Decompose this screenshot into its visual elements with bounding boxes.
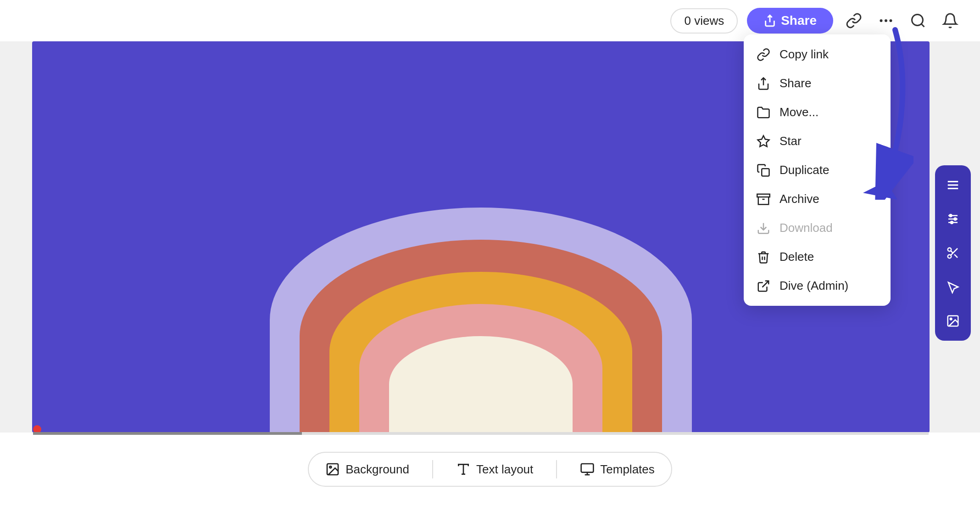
download-icon: [757, 221, 770, 235]
svg-marker-21: [758, 135, 769, 146]
duplicate-icon: [757, 163, 770, 177]
svg-rect-22: [762, 169, 769, 176]
scissors-icon: [946, 246, 960, 260]
background-tool[interactable]: Background: [325, 462, 409, 477]
svg-rect-23: [757, 194, 770, 197]
share-icon: [763, 14, 776, 27]
svg-line-16: [954, 254, 958, 258]
menu-item-share[interactable]: Share: [744, 69, 891, 98]
menu-item-duplicate[interactable]: Duplicate: [744, 156, 891, 185]
text-icon: [456, 462, 471, 477]
progress-bar: [33, 432, 929, 435]
divider-1: [432, 460, 433, 478]
views-button[interactable]: 0 views: [670, 8, 738, 34]
menu-item-dive-admin[interactable]: Dive (Admin): [744, 271, 891, 300]
cursor-icon: [946, 280, 960, 294]
right-toolbar: [935, 165, 971, 341]
image-tool-button[interactable]: [941, 309, 965, 333]
svg-point-14: [948, 255, 952, 259]
menu-item-move[interactable]: Move...: [744, 98, 891, 127]
svg-line-26: [763, 281, 769, 287]
svg-line-17: [951, 251, 953, 253]
arc-cream: [389, 336, 573, 433]
image-icon: [325, 462, 340, 477]
svg-point-0: [880, 19, 883, 22]
svg-point-3: [912, 15, 923, 26]
svg-rect-33: [581, 464, 594, 472]
svg-point-2: [890, 19, 892, 22]
svg-point-30: [330, 466, 332, 468]
menu-icon: [946, 178, 960, 192]
archive-icon: [757, 192, 770, 206]
bottom-bar: Background Text layout Templates: [0, 433, 980, 506]
svg-point-13: [948, 248, 952, 252]
context-menu: Copy link Share Move... Star Duplicate: [744, 34, 891, 306]
scissors-tool-button[interactable]: [941, 241, 965, 265]
menu-item-download[interactable]: Download: [744, 214, 891, 242]
share-button[interactable]: Share: [747, 8, 833, 34]
bell-button[interactable]: [939, 9, 962, 32]
adjustments-icon: [946, 212, 960, 226]
search-button[interactable]: [907, 9, 930, 32]
share-icon: [757, 77, 770, 90]
monitor-icon: [580, 462, 595, 477]
star-icon: [757, 135, 770, 148]
trash-icon: [757, 250, 770, 264]
divider-2: [556, 460, 557, 478]
menu-item-star[interactable]: Star: [744, 127, 891, 156]
svg-point-11: [954, 218, 957, 220]
more-options-button[interactable]: [874, 9, 897, 32]
svg-point-19: [950, 318, 952, 320]
more-icon: [878, 12, 894, 29]
folder-icon: [757, 106, 770, 119]
svg-point-1: [885, 19, 887, 22]
progress-fill: [33, 432, 302, 435]
link-icon: [846, 12, 862, 29]
bell-icon: [942, 12, 958, 29]
bottom-toolbar: Background Text layout Templates: [308, 452, 672, 487]
external-link-icon: [757, 279, 770, 293]
image-tool-icon: [946, 314, 960, 328]
svg-point-12: [951, 221, 953, 224]
link-icon: [757, 48, 770, 62]
templates-tool[interactable]: Templates: [580, 462, 655, 477]
adjustments-tool-button[interactable]: [941, 207, 965, 231]
menu-item-copy-link[interactable]: Copy link: [744, 40, 891, 69]
copy-link-button[interactable]: [842, 9, 865, 32]
svg-point-10: [950, 214, 952, 217]
menu-item-delete[interactable]: Delete: [744, 242, 891, 271]
text-layout-tool[interactable]: Text layout: [456, 462, 533, 477]
menu-tool-button[interactable]: [941, 173, 965, 197]
search-icon: [910, 12, 926, 29]
menu-item-archive[interactable]: Archive: [744, 185, 891, 214]
cursor-tool-button[interactable]: [941, 275, 965, 299]
